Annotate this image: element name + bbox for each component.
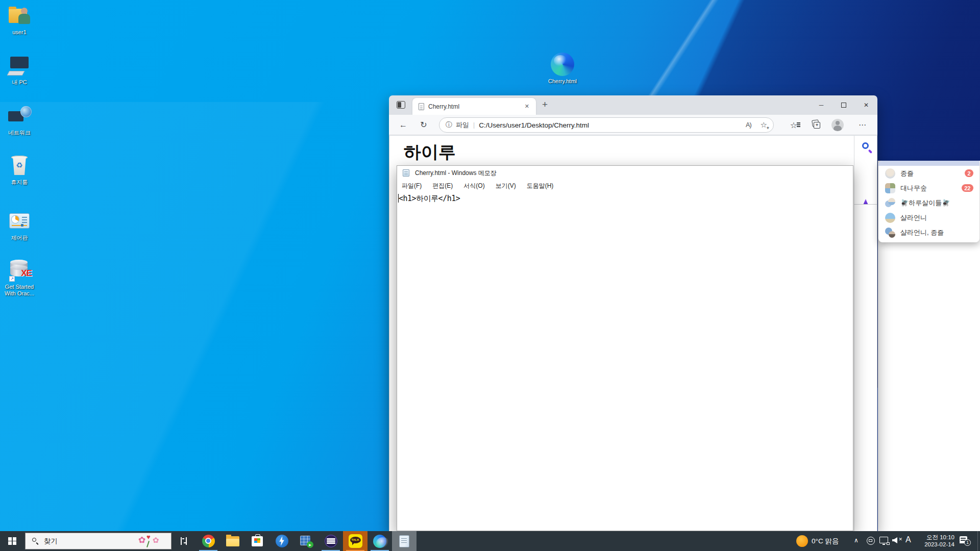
volume-muted-icon[interactable]: ✕ — [892, 537, 902, 544]
taskbar-eclipse[interactable] — [318, 531, 343, 551]
edge-logo-icon — [551, 53, 574, 77]
chat-avatar — [885, 168, 895, 179]
refresh-button[interactable]: ↻ — [418, 120, 430, 130]
taskbar-kakaotalk[interactable]: TALK — [343, 531, 368, 551]
read-aloud-icon[interactable]: A) — [746, 121, 751, 129]
menu-item-view[interactable]: 보기(V) — [496, 182, 516, 190]
chat-name: 종즐 — [900, 169, 965, 178]
taskbar: 찾기 ✿ ♥ ✿ ▶ — [0, 531, 980, 551]
desktop-icon-label: user1 — [0, 29, 39, 36]
chat-avatar — [885, 183, 895, 193]
desktop-icon-my-pc[interactable]: 내 PC — [0, 55, 39, 86]
desktop-icon-network[interactable]: 네트워크 — [0, 105, 39, 136]
chat-name: 🪰하루살이들🪰 — [900, 198, 973, 208]
edge-icon — [373, 535, 386, 548]
desktop-icon-label: 휴지통 — [0, 179, 39, 186]
kakao-chat-popup: 종즐 2 대나무숲 22 🪰하루살이들🪰 샬라언니 샬라언니, 종즐 — [878, 161, 979, 242]
browser-toolbar: ← ↻ ⓘ 파일 | C:/Users/user1/Desktop/Cherry… — [389, 115, 877, 135]
info-icon[interactable]: ⓘ — [446, 120, 452, 130]
taskbar-search[interactable]: 찾기 ✿ ♥ ✿ — [25, 533, 172, 549]
chat-avatar — [885, 228, 895, 238]
back-button[interactable]: ← — [397, 120, 409, 130]
notepad-editor[interactable]: <h1>하이루</h1> — [397, 192, 853, 204]
desktop-icon-recycle-bin[interactable]: ♻ 휴지통 — [0, 155, 39, 186]
add-favorite-icon[interactable]: ☆+ — [761, 120, 767, 130]
profile-avatar[interactable] — [831, 119, 844, 131]
chat-list-item[interactable]: 샬라언니 — [878, 210, 979, 225]
desktop-icon-label: Cherry.html — [542, 78, 583, 85]
new-tab-button[interactable]: + — [542, 99, 548, 110]
sidebar-copilot-icon[interactable] — [863, 199, 869, 204]
editor-text: <h1>하이루</h1> — [399, 194, 460, 203]
scheme-divider: | — [473, 121, 475, 129]
chat-avatar — [885, 198, 895, 208]
start-button[interactable] — [0, 531, 24, 551]
menu-item-help[interactable]: 도움말(H) — [527, 182, 554, 190]
taskbar-file-explorer[interactable] — [220, 531, 245, 551]
computer-icon — [7, 55, 32, 78]
tab-strip: Cherry.html ✕ + ─ ✕ — [389, 95, 877, 115]
task-view-icon — [180, 537, 188, 545]
taskbar-chrome[interactable] — [196, 531, 220, 551]
taskbar-notepad[interactable] — [392, 531, 416, 551]
unread-badge: 22 — [962, 184, 973, 192]
database-icon: XE ↗ — [7, 259, 32, 283]
shortcut-arrow-icon: ↗ — [9, 276, 15, 282]
maximize-button[interactable] — [832, 95, 855, 115]
desktop-icon-control-panel[interactable]: 제어판 — [0, 210, 39, 241]
chat-list-item[interactable]: 대나무숲 22 — [878, 181, 979, 195]
tab-actions-icon[interactable] — [397, 101, 405, 109]
lightning-icon — [276, 535, 288, 547]
menu-item-format[interactable]: 서식(O) — [463, 182, 484, 190]
desktop-icon-user1[interactable]: user1 — [0, 5, 39, 36]
url-text[interactable]: C:/Users/user1/Desktop/Cherry.html — [479, 121, 746, 129]
search-icon — [32, 538, 39, 545]
tab-close-icon[interactable]: ✕ — [523, 103, 531, 110]
weather-sun-icon[interactable] — [796, 535, 808, 547]
file-page-icon — [419, 103, 424, 110]
taskbar-microsoft-store[interactable] — [245, 531, 270, 551]
tray-chevron-icon[interactable]: ∧ — [854, 537, 859, 544]
browser-tab[interactable]: Cherry.html ✕ — [412, 98, 536, 115]
sidebar-search-icon[interactable] — [861, 141, 874, 155]
collections-icon[interactable]: + — [811, 119, 823, 131]
desktop-icon-oracle-xe[interactable]: XE ↗ Get Started With Orac... — [0, 259, 39, 297]
taskbar-lightning-app[interactable] — [270, 531, 294, 551]
recycle-symbol: ♻ — [7, 161, 32, 170]
taskbar-clock[interactable]: 오전 10:10 2023-02-14 — [918, 534, 954, 548]
desktop-icon-label: Get Started — [0, 284, 39, 290]
favorites-icon[interactable]: ☆ — [788, 119, 800, 131]
address-bar[interactable]: ⓘ 파일 | C:/Users/user1/Desktop/Cherry.htm… — [439, 117, 774, 133]
chat-name: 샬라언니 — [900, 213, 973, 222]
network-icon[interactable] — [879, 537, 888, 543]
text-caret — [398, 194, 399, 203]
chat-list-item[interactable]: 종즐 2 — [878, 166, 979, 181]
taskbar-edge[interactable] — [368, 531, 392, 551]
notification-center-icon[interactable]: 1 — [960, 536, 971, 546]
chat-list-item[interactable]: 🪰하루살이들🪰 — [878, 195, 979, 210]
chat-name: 샬라언니, 종즐 — [900, 228, 973, 237]
sidebar-separator — [854, 204, 877, 205]
menu-item-file[interactable]: 파일(F) — [402, 182, 422, 190]
tab-title: Cherry.html — [428, 103, 523, 110]
ime-language-indicator[interactable]: A — [905, 535, 911, 544]
control-panel-icon — [7, 210, 32, 234]
taskbar-database-tool[interactable]: ▶ — [294, 531, 318, 551]
notepad-menubar: 파일(F) 편집(E) 서식(O) 보기(V) 도움말(H) — [397, 180, 853, 192]
notification-count-badge: 1 — [964, 539, 971, 546]
desktop-icon-cherry-html[interactable]: Cherry.html — [542, 53, 583, 85]
tray-sync-icon[interactable] — [867, 537, 875, 545]
menu-item-edit[interactable]: 편집(E) — [432, 182, 453, 190]
minimize-button[interactable]: ─ — [810, 95, 832, 115]
clock-date: 2023-02-14 — [918, 541, 954, 548]
recycle-bin-icon: ♻ — [7, 155, 32, 178]
chat-list-item[interactable]: 샬라언니, 종즐 — [878, 225, 979, 240]
windows-logo-icon — [8, 537, 16, 545]
weather-text[interactable]: 0°C 맑음 — [812, 537, 839, 546]
settings-more-icon[interactable]: ⋯ — [856, 119, 869, 131]
task-view-button[interactable] — [172, 531, 196, 551]
file-explorer-icon — [226, 536, 239, 546]
kakao-popup-header — [878, 161, 979, 166]
close-button[interactable]: ✕ — [855, 95, 877, 115]
show-desktop-button[interactable] — [977, 531, 980, 551]
